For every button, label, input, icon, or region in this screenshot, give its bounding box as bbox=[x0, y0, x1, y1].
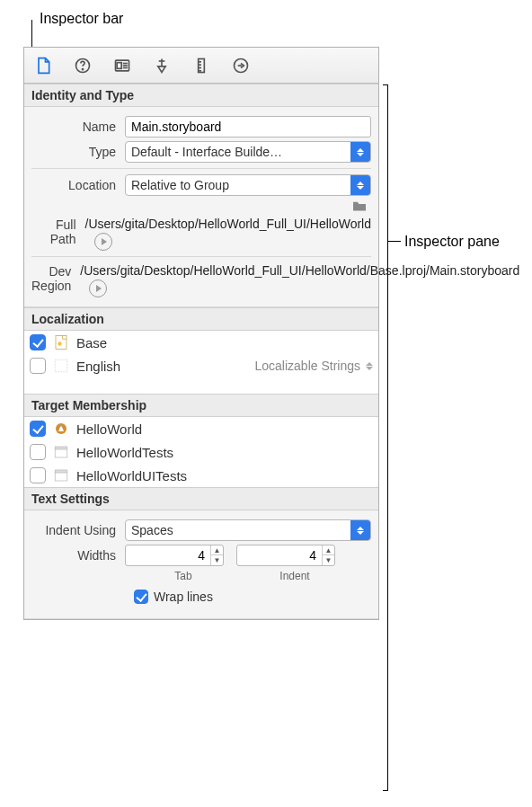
reveal-arrow-icon[interactable] bbox=[89, 279, 107, 297]
target-row-uitests: HelloWorldUITests bbox=[24, 464, 378, 487]
localization-checkbox-base[interactable] bbox=[30, 334, 46, 350]
tab-width-input[interactable] bbox=[126, 548, 210, 563]
localization-row-base: Base bbox=[24, 331, 378, 354]
target-checkbox-uitests[interactable] bbox=[30, 467, 46, 483]
text-section-header: Text Settings bbox=[24, 487, 378, 510]
svg-rect-3 bbox=[117, 62, 121, 68]
bundle-target-icon bbox=[53, 444, 69, 460]
indent-using-value: Spaces bbox=[126, 523, 350, 537]
svg-rect-20 bbox=[55, 473, 67, 482]
svg-rect-19 bbox=[55, 447, 67, 449]
name-input[interactable] bbox=[125, 116, 371, 137]
indent-using-select[interactable]: Spaces bbox=[125, 519, 371, 541]
stepper-arrows-icon[interactable]: ▲▼ bbox=[322, 545, 334, 565]
tab-sublabel: Tab bbox=[134, 570, 233, 582]
chevron-updown-icon bbox=[350, 520, 370, 540]
identity-section-header: Identity and Type bbox=[24, 84, 378, 107]
type-select[interactable]: Default - Interface Builde… bbox=[125, 141, 371, 163]
storyboard-file-icon bbox=[53, 334, 69, 350]
svg-rect-21 bbox=[55, 470, 67, 473]
reveal-arrow-icon[interactable] bbox=[94, 233, 112, 251]
wrap-lines-checkbox[interactable] bbox=[134, 590, 148, 604]
indent-sublabel: Indent bbox=[245, 570, 344, 582]
placeholder-file-icon bbox=[53, 358, 69, 374]
wrap-lines-label: Wrap lines bbox=[154, 590, 213, 604]
indent-using-label: Indent Using bbox=[31, 523, 125, 537]
fullpath-label: Full Path bbox=[31, 216, 85, 246]
target-uitests-label: HelloWorldUITests bbox=[76, 468, 187, 483]
svg-rect-18 bbox=[55, 449, 67, 458]
targets-section-header: Target Membership bbox=[24, 394, 378, 417]
name-label: Name bbox=[31, 120, 125, 134]
target-checkbox-tests[interactable] bbox=[30, 444, 46, 460]
help-inspector-tab-icon[interactable] bbox=[73, 56, 93, 75]
localization-section-header: Localization bbox=[24, 307, 378, 331]
file-inspector-tab-icon[interactable] bbox=[33, 56, 53, 75]
localization-row-english: English Localizable Strings bbox=[24, 354, 378, 377]
folder-icon[interactable] bbox=[351, 200, 368, 212]
svg-point-1 bbox=[82, 68, 83, 69]
annotation-inspector-pane: Inspector pane bbox=[404, 234, 500, 250]
attributes-inspector-tab-icon[interactable] bbox=[152, 56, 172, 75]
inspector-bar bbox=[24, 48, 378, 84]
target-helloworld-label: HelloWorld bbox=[76, 421, 142, 437]
location-select[interactable]: Relative to Group bbox=[125, 174, 371, 196]
annotation-inspector-bar: Inspector bar bbox=[40, 11, 123, 27]
identity-inspector-tab-icon[interactable] bbox=[112, 56, 132, 75]
tab-width-stepper[interactable]: ▲▼ bbox=[125, 545, 224, 566]
svg-point-14 bbox=[58, 342, 62, 347]
localization-base-label: Base bbox=[76, 335, 107, 350]
fullpath-value: /Users/gita/Desktop/HelloWorld_Full_UI/H… bbox=[85, 216, 372, 251]
type-select-value: Default - Interface Builde… bbox=[126, 145, 350, 159]
size-inspector-tab-icon[interactable] bbox=[191, 56, 211, 75]
bundle-target-icon bbox=[53, 467, 69, 483]
location-label: Location bbox=[31, 178, 125, 192]
indent-width-stepper[interactable]: ▲▼ bbox=[236, 545, 335, 566]
localization-checkbox-english[interactable] bbox=[30, 358, 46, 374]
type-label: Type bbox=[31, 145, 125, 159]
stepper-arrows-icon[interactable]: ▲▼ bbox=[210, 545, 223, 565]
indent-width-input[interactable] bbox=[237, 548, 322, 563]
connections-inspector-tab-icon[interactable] bbox=[231, 56, 251, 75]
annotation-line-2 bbox=[388, 241, 401, 242]
chevron-updown-icon bbox=[350, 142, 370, 162]
svg-rect-15 bbox=[55, 360, 67, 373]
svg-rect-17 bbox=[60, 425, 62, 427]
target-tests-label: HelloWorldTests bbox=[76, 445, 173, 460]
annotation-bracket bbox=[383, 84, 388, 791]
localization-english-label: English bbox=[76, 359, 120, 374]
devregion-label: Dev Region bbox=[31, 262, 80, 293]
widths-label: Widths bbox=[31, 548, 125, 563]
app-target-icon bbox=[53, 421, 69, 437]
chevron-updown-icon bbox=[350, 175, 370, 195]
target-checkbox-helloworld[interactable] bbox=[30, 421, 46, 437]
inspector-pane: Identity and Type Name Type Default - In… bbox=[23, 47, 379, 620]
localization-english-menu[interactable]: Localizable Strings bbox=[254, 359, 373, 373]
location-select-value: Relative to Group bbox=[126, 178, 350, 192]
target-row-helloworld: HelloWorld bbox=[24, 417, 378, 440]
target-row-tests: HelloWorldTests bbox=[24, 440, 378, 464]
devregion-value: /Users/gita/Desktop/HelloWorld_Full_UI/H… bbox=[80, 262, 519, 297]
